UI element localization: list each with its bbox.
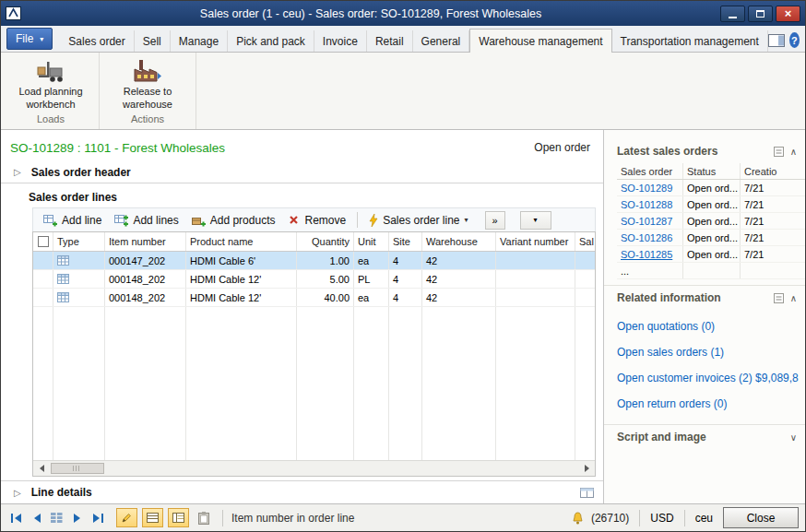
scroll-right-button[interactable]: [579, 461, 595, 476]
sales-order-link[interactable]: SO-101285: [621, 249, 672, 260]
column-header-status[interactable]: Status: [683, 163, 741, 179]
warehouse-cell: 42: [422, 252, 496, 269]
tab-transportation-management[interactable]: Transportation management: [612, 30, 768, 52]
toolbar-dropdown-button[interactable]: ▾: [520, 211, 551, 230]
expand-icon[interactable]: ∨: [790, 432, 797, 443]
close-window-button[interactable]: ×: [776, 6, 800, 22]
column-header-type[interactable]: Type: [53, 232, 105, 251]
factbox-header[interactable]: Latest sales orders ∧: [604, 139, 805, 163]
previous-record-button[interactable]: [28, 509, 45, 526]
open-customer-invoices-link[interactable]: Open customer invoices (2) $9,089,8: [617, 365, 805, 391]
latest-order-row[interactable]: SO-101288 Open ord... 7/21: [617, 196, 805, 213]
layout-pane-button[interactable]: [768, 34, 785, 47]
sales-order-line-menu-button[interactable]: Sales order line ▾: [363, 212, 473, 229]
latest-order-row[interactable]: SO-101286 Open ord... 7/21: [617, 230, 805, 246]
last-record-button[interactable]: [89, 509, 106, 526]
column-header-sales[interactable]: Sal: [575, 232, 595, 251]
grid-view-button[interactable]: [142, 508, 163, 527]
file-menu-button[interactable]: File ▾: [6, 28, 53, 50]
factbox-header[interactable]: Related information ∧: [604, 286, 805, 310]
horizontal-scrollbar[interactable]: [33, 460, 595, 476]
tab-manage[interactable]: Manage: [171, 30, 228, 52]
next-record-button[interactable]: [68, 509, 86, 526]
tab-general[interactable]: General: [413, 30, 470, 52]
first-record-button[interactable]: [7, 509, 25, 526]
tab-retail[interactable]: Retail: [367, 30, 413, 52]
add-line-button[interactable]: Add line: [38, 212, 107, 229]
column-header-quantity[interactable]: Quantity: [297, 232, 354, 251]
collapse-icon[interactable]: ∧: [790, 147, 797, 157]
row-selector[interactable]: [33, 289, 53, 306]
notifications-button[interactable]: [570, 508, 587, 527]
column-header-warehouse[interactable]: Warehouse: [422, 232, 496, 251]
column-header-variant-number[interactable]: Variant number: [496, 232, 575, 251]
item-number-cell: 000147_202: [105, 252, 186, 269]
edit-record-button[interactable]: [116, 508, 137, 527]
line-details-pane-button[interactable]: [580, 488, 594, 498]
more-rows-indicator[interactable]: ...: [617, 263, 683, 278]
latest-orders-more-row[interactable]: ...: [617, 263, 805, 279]
item-number-cell: 000148_202: [105, 270, 186, 288]
tab-warehouse-management[interactable]: Warehouse management: [469, 29, 611, 53]
sales-order-link[interactable]: SO-101288: [621, 199, 672, 210]
grid-row[interactable]: 000148_202 HDMI Cable 12' 40.00 ea 4 42: [33, 289, 595, 307]
tab-pick-and-pack[interactable]: Pick and pack: [228, 30, 314, 52]
company-indicator[interactable]: ceu: [695, 512, 713, 525]
sales-order-link[interactable]: SO-101286: [621, 232, 672, 243]
grid-row[interactable]: 000147_202 HDMI Cable 6' 1.00 ea 4 42: [33, 252, 595, 270]
select-all-checkbox[interactable]: [33, 232, 53, 251]
records-list-button[interactable]: [48, 509, 65, 526]
notification-count[interactable]: (26710): [591, 512, 629, 525]
open-quotations-link[interactable]: Open quotations (0): [617, 313, 805, 339]
row-selector[interactable]: [33, 270, 53, 288]
toolbar-overflow-button[interactable]: »: [485, 211, 505, 230]
remove-button[interactable]: Remove: [282, 212, 351, 229]
collapse-icon[interactable]: ∧: [790, 293, 797, 303]
tab-invoice[interactable]: Invoice: [314, 30, 367, 52]
release-to-warehouse-label: Release to warehouse: [103, 86, 192, 112]
overflow-icon: »: [492, 215, 498, 226]
column-header-unit[interactable]: Unit: [354, 232, 389, 251]
section-line-details[interactable]: ▷ Line details: [1, 480, 603, 503]
add-lines-button[interactable]: Add lines: [109, 212, 184, 229]
details-view-icon: [172, 513, 184, 523]
file-menu-label: File: [16, 32, 33, 45]
order-line-type-icon: [57, 255, 69, 266]
layout-pane-icon: [768, 34, 785, 47]
details-view-button[interactable]: [168, 508, 189, 527]
open-return-orders-link[interactable]: Open return orders (0): [617, 391, 805, 417]
sales-order-link[interactable]: SO-101289: [621, 183, 672, 194]
document-handling-button[interactable]: [193, 508, 214, 527]
app-icon: [6, 6, 21, 20]
latest-order-row[interactable]: SO-101285 Open ord... 7/21: [617, 246, 805, 263]
column-header-site[interactable]: Site: [389, 232, 422, 251]
add-products-button[interactable]: Add products: [186, 212, 281, 229]
minimize-button[interactable]: [720, 6, 745, 22]
statusbar-right: (26710) USD ceu Close: [570, 507, 799, 528]
column-header-sales-order[interactable]: Sales order: [617, 163, 683, 179]
section-sales-order-header[interactable]: ▷ Sales order header: [1, 161, 603, 183]
row-selector[interactable]: [33, 252, 53, 269]
column-header-product-name[interactable]: Product name: [186, 232, 297, 251]
load-planning-workbench-button[interactable]: Load planning workbench: [6, 54, 95, 113]
tab-sell[interactable]: Sell: [135, 30, 171, 52]
help-button[interactable]: ?: [789, 32, 800, 48]
scroll-left-button[interactable]: [33, 461, 49, 476]
maximize-button[interactable]: [748, 6, 773, 22]
tab-sales-order[interactable]: Sales order: [60, 30, 134, 52]
latest-order-row[interactable]: SO-101289 Open ord... 7/21: [617, 180, 805, 196]
factbox-header[interactable]: Script and image ∨: [604, 425, 805, 449]
release-to-warehouse-button[interactable]: Release to warehouse: [103, 54, 192, 113]
latest-order-row[interactable]: SO-101287 Open ord... 7/21: [617, 213, 805, 230]
sales-order-link[interactable]: SO-101287: [621, 216, 672, 227]
dropdown-icon: ▾: [40, 35, 43, 43]
scrollbar-thumb[interactable]: [51, 463, 104, 474]
factbox-menu-button[interactable]: [774, 293, 784, 303]
grid-row[interactable]: 000148_202 HDMI Cable 12' 5.00 PL 4 42: [33, 270, 595, 289]
variant-number-cell: [496, 270, 575, 288]
column-header-creation[interactable]: Creatio: [741, 163, 805, 179]
open-sales-orders-link[interactable]: Open sales orders (1): [617, 339, 805, 365]
close-form-button[interactable]: Close: [723, 507, 799, 528]
factbox-menu-button[interactable]: [774, 147, 784, 157]
column-header-item-number[interactable]: Item number: [105, 232, 186, 251]
